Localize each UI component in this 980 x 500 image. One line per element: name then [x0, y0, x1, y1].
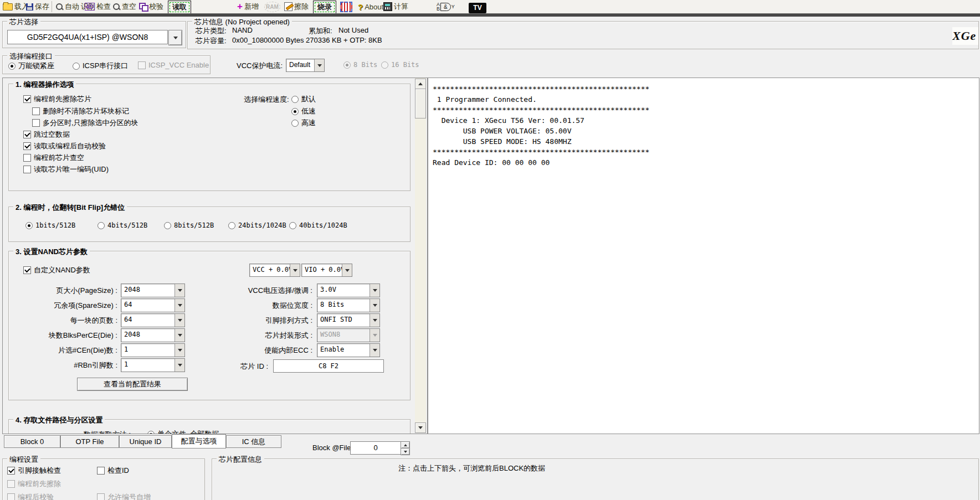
- checkbox-blank-check-before[interactable]: 编程前芯片查空: [23, 153, 84, 163]
- chip-id-label: 芯片 ID :: [214, 362, 268, 372]
- pin-layout-select[interactable]: ONFI STD: [317, 313, 380, 327]
- radio-bitflip-4[interactable]: 4bits/512B: [98, 221, 147, 229]
- radio-bitflip-24[interactable]: 24bits/1024B: [228, 221, 286, 229]
- chevron-down-icon[interactable]: [175, 284, 184, 297]
- tab-config-options[interactable]: 配置与选项: [172, 434, 226, 449]
- tab-unique-id[interactable]: Unique ID: [119, 435, 172, 448]
- vcc-voltage-select[interactable]: 3.0V: [317, 283, 380, 297]
- radio-icsp[interactable]: ICSP串行接口: [73, 61, 128, 71]
- tab-ic-info[interactable]: IC 信息: [226, 435, 281, 448]
- speed-label: 选择编程速度:: [244, 95, 289, 105]
- stripes-test-button[interactable]: [340, 0, 352, 13]
- read-button[interactable]: 读取: [168, 1, 191, 14]
- section2-group: 2. 编程时，位翻转[Bit Flip]允错位 1bits/512B 4bits…: [8, 207, 411, 242]
- pagesize-select[interactable]: 2048: [121, 283, 185, 297]
- rbn-count-select[interactable]: 1: [121, 358, 185, 372]
- check-button[interactable]: 4D 检查: [85, 0, 111, 13]
- section2-title: 2. 编程时，位翻转[Bit Flip]允错位: [13, 203, 127, 213]
- save-icon: [26, 3, 33, 11]
- radio-universal-socket[interactable]: 万能锁紧座: [8, 61, 54, 71]
- chevron-down-icon[interactable]: [175, 299, 184, 312]
- identify-icon: [55, 3, 63, 11]
- data-width-select[interactable]: 8 Bits: [317, 298, 380, 312]
- ce-count-select[interactable]: 1: [121, 343, 185, 357]
- add-device-button[interactable]: + 新增: [237, 0, 259, 13]
- chevron-down-icon[interactable]: [175, 359, 184, 372]
- vio-trim-select[interactable]: VIO + 0.0V: [301, 264, 352, 277]
- chip-select-dropdown-button[interactable]: [168, 30, 182, 45]
- block-at-file-input[interactable]: 0: [350, 441, 401, 455]
- vcc-trim-select[interactable]: VCC + 0.0V: [249, 264, 300, 277]
- chevron-down-icon[interactable]: [342, 264, 352, 276]
- checkbox-erase-before-program[interactable]: 编程前先擦除芯片: [23, 94, 91, 104]
- blocks-per-ce-select[interactable]: 2048: [121, 328, 185, 342]
- chevron-down-icon[interactable]: [370, 344, 379, 357]
- capacity-label: 芯片容量:: [196, 36, 227, 46]
- load-button[interactable]: 载入: [3, 0, 29, 13]
- capacity-value: 0x00_10800000 Bytes 270336 KB + OTP: 8KB: [232, 36, 382, 44]
- about-button[interactable]: ? About: [358, 0, 383, 13]
- blank-check-button[interactable]: 查空: [112, 0, 136, 13]
- interface-title: 选择编程接口: [7, 51, 55, 61]
- chevron-down-icon[interactable]: [175, 344, 184, 357]
- radio-speed-high[interactable]: 高速: [291, 118, 316, 128]
- tab-block0[interactable]: Block 0: [4, 435, 60, 448]
- chip-select-group: 芯片选择 GD5F2GQ4UA(x1+ISP) @WSON8: [2, 21, 186, 48]
- scrollbar-thumb[interactable]: [415, 89, 426, 118]
- scroll-down-button[interactable]: [415, 422, 426, 433]
- save-button[interactable]: 保存: [26, 0, 49, 13]
- radio-bitflip-40[interactable]: 40bits/1024B: [289, 221, 347, 229]
- programming-settings-group: 编程设置 引脚接触检查 检查ID 编程前先擦除 编程后校验 允许编号自增: [2, 458, 205, 500]
- app-window: 载入 保存 自动识别 4D 检查 查空 校验 读取 + 新增: [0, 0, 980, 500]
- view-config-button[interactable]: 查看当前配置结果: [77, 378, 188, 391]
- section3-title: 3. 设置NAND芯片参数: [13, 247, 90, 257]
- radio-single-file-all-data[interactable]: 单个文件, 全部数据: [147, 429, 219, 434]
- chip-select-value[interactable]: GD5F2GQ4UA(x1+ISP) @WSON8: [7, 30, 168, 44]
- radio-bitflip-1[interactable]: 1bits/512B: [25, 221, 75, 229]
- chevron-down-icon[interactable]: [370, 299, 379, 312]
- tv-out-button[interactable]: TV: [469, 1, 486, 14]
- checkbox-skip-blank[interactable]: 跳过空数据: [23, 130, 70, 140]
- checkbox-pin-contact-check[interactable]: 引脚接触检查: [7, 466, 61, 476]
- options-scrollbar[interactable]: [415, 78, 426, 432]
- checkbox-read-uid[interactable]: 读取芯片唯一编码(UID): [23, 164, 109, 174]
- checkbox-custom-nand[interactable]: 自定义NAND参数: [23, 265, 90, 275]
- verify-button[interactable]: 校验: [139, 0, 163, 13]
- section4-group: 4. 存取文件路径与分区设置 数据存取方法 : 单个文件, 全部数据: [8, 419, 411, 434]
- burn-button[interactable]: 烧录: [313, 1, 336, 14]
- checkbox-erase-selected-partition[interactable]: 多分区时,只擦除选中分区的块: [32, 118, 138, 128]
- checkbox-check-id[interactable]: 检查ID: [97, 466, 129, 476]
- logic-gate-button[interactable]: AB & Y: [437, 0, 455, 13]
- chevron-down-icon[interactable]: [175, 314, 184, 327]
- checkbox-keep-badblock-marks[interactable]: 删除时不清除芯片坏块标记: [32, 106, 129, 116]
- chevron-down-icon[interactable]: [370, 314, 379, 327]
- chevron-down-icon[interactable]: [290, 264, 300, 276]
- calculator-button[interactable]: 计算: [383, 0, 408, 13]
- sparesize-select[interactable]: 64: [121, 298, 185, 312]
- chevron-down-icon[interactable]: [370, 284, 379, 297]
- radio-bitflip-8[interactable]: 8bits/512B: [164, 221, 214, 229]
- toolbar: 载入 保存 自动识别 4D 检查 查空 校验 读取 + 新增: [0, 0, 980, 13]
- tab-otp-file[interactable]: OTP File: [60, 435, 119, 448]
- chip-config-info-title: 芯片配置信息: [217, 455, 264, 465]
- plus-icon: +: [237, 2, 243, 11]
- block-spin-down-button[interactable]: [401, 448, 410, 455]
- radio-speed-default[interactable]: 默认: [291, 94, 316, 104]
- blank-check-icon: [112, 3, 120, 11]
- internal-ecc-select[interactable]: Enable: [317, 343, 380, 357]
- package-select: WSON8: [317, 328, 380, 342]
- erase-button[interactable]: 擦除: [284, 0, 309, 13]
- scroll-up-button[interactable]: [415, 79, 426, 89]
- chip-id-input[interactable]: C8 F2: [273, 359, 384, 373]
- checkbox-auto-verify[interactable]: 读取或编程后自动校验: [23, 141, 106, 151]
- vcc-current-select[interactable]: Default: [286, 59, 325, 72]
- erase-icon: [284, 2, 293, 11]
- pages-per-block-select[interactable]: 64: [121, 313, 185, 327]
- chevron-down-icon[interactable]: [175, 329, 184, 342]
- log-line: ****************************************…: [433, 105, 979, 115]
- chevron-down-icon[interactable]: [314, 59, 324, 71]
- data-width-label: 数据位宽度 :: [186, 301, 312, 311]
- log-line: USB SPEED MODE: HS 480MHZ: [433, 136, 979, 147]
- radio-speed-low[interactable]: 低速: [291, 106, 316, 116]
- toolbar-separator: [52, 1, 52, 12]
